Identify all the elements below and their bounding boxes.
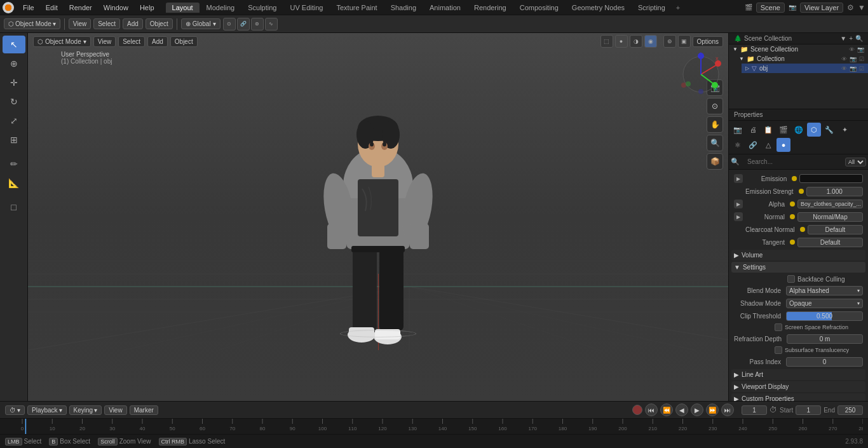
backface-checkbox[interactable] [787,275,795,283]
outliner-collection[interactable]: ▼ 📁 Collection 👁 📷 ☑ [735,54,868,64]
proportional-icon[interactable]: ⊚ [251,18,264,31]
material-btn[interactable]: ◑ [630,35,642,48]
select-btn[interactable]: Select [118,36,145,47]
tab-modeling[interactable]: Modeling [200,3,241,13]
emission-strength-field[interactable]: 1.000 [806,187,863,196]
obj-eye-icon[interactable]: 👁 [841,65,847,72]
outliner-add-icon[interactable]: + [849,35,853,42]
obj-check-icon[interactable]: ☑ [859,65,864,72]
settings-section[interactable]: ▼ Settings [731,262,865,273]
start-frame-input[interactable] [796,405,821,415]
tab-shading[interactable]: Shading [384,3,423,13]
tab-sculpting[interactable]: Sculpting [241,3,283,13]
clearcoat-normal-field[interactable]: Default [808,225,863,234]
tangent-dot[interactable] [790,240,795,245]
view-tl-btn[interactable]: View [104,405,127,415]
object-props-icon[interactable]: ⬡ [807,123,821,137]
settings-icon[interactable]: ⚙ [847,3,854,12]
tab-compositing[interactable]: Compositing [513,3,565,13]
scale-tool[interactable]: ⤢ [3,112,25,130]
marker-btn[interactable]: Marker [130,405,158,415]
alpha-expand[interactable]: ▶ [734,200,743,208]
coll-check-icon[interactable]: ☑ [859,56,864,62]
menu-window[interactable]: Window [98,3,133,13]
normal-expand[interactable]: ▶ [734,212,743,221]
view-btn[interactable]: View [93,36,116,47]
tangent-field[interactable]: Default [797,238,863,247]
obj-cam-icon[interactable]: 📷 [850,65,857,72]
outliner-scene-collection[interactable]: ▼ 📁 Scene Collection 👁 📷 [729,44,868,54]
add-btn[interactable]: Add [147,36,168,47]
options-btn[interactable]: Options [693,36,723,47]
scene-eye-icon[interactable]: 👁 [849,46,855,53]
refraction-depth-field[interactable]: 0 m [787,334,863,344]
alpha-dot[interactable] [790,201,795,207]
play-btn[interactable]: ▶ [691,404,703,416]
volume-section[interactable]: ▶ Volume [731,250,865,261]
viewport-display-section[interactable]: ▶ Viewport Display [731,381,865,392]
step-back-btn[interactable]: ⏪ [660,404,673,416]
add-menu[interactable]: Add [123,18,143,29]
select-menu[interactable]: Select [93,18,120,29]
filter-icon[interactable]: ▼ [858,3,865,12]
playback-btn[interactable]: Playback ▾ [27,405,67,415]
alpha-field[interactable]: Boy_clothes_opacity_... [797,200,863,208]
viewport[interactable]: ⬡ Object Mode ▾ View Select Add Object ⬚… [28,33,728,401]
line-art-section[interactable]: ▶ Line Art [731,369,865,380]
menu-file[interactable]: File [18,3,39,13]
step-forward-btn[interactable]: ⏩ [706,404,719,416]
emission-color-field[interactable] [799,174,863,183]
tab-layout[interactable]: Layout [166,3,200,13]
custom-props-section[interactable]: ▶ Custom Properties [731,393,865,401]
tab-geometry-nodes[interactable]: Geometry Nodes [566,3,631,13]
world-props-icon[interactable]: 🌐 [792,123,806,137]
coll-eye-icon[interactable]: 👁 [841,56,847,62]
rotate-tool[interactable]: ↻ [3,93,25,111]
normal-field[interactable]: Normal/Map [797,212,863,222]
tab-add[interactable]: + [672,3,684,13]
xray-btn[interactable]: ▣ [678,35,691,48]
output-props-icon[interactable]: 🖨 [746,123,760,137]
coll-cam-icon[interactable]: 📷 [850,56,857,62]
object-btn[interactable]: Object [170,36,198,47]
tab-scripting[interactable]: Scripting [632,3,672,13]
props-search-input[interactable] [742,156,843,167]
shadow-mode-dropdown[interactable]: Opaque ▾ [786,299,863,308]
tab-animation[interactable]: Animation [423,3,467,13]
emission-dot[interactable] [792,176,797,181]
pivot-icon[interactable]: ⊙ [223,18,236,31]
select-tool[interactable]: ↖ [3,36,25,53]
pass-index-field[interactable]: 0 [786,357,863,367]
rendered-btn[interactable]: ◉ [644,35,657,48]
tab-texture-paint[interactable]: Texture Paint [330,3,383,13]
overlay-btn[interactable]: ⊚ [663,35,676,48]
ssr-checkbox[interactable] [775,323,782,331]
modifier-props-icon[interactable]: 🔧 [822,123,836,137]
object-mode-btn[interactable]: ⬡ Object Mode ▾ [33,36,91,47]
normal-dot[interactable] [790,214,795,219]
measure-tool[interactable]: 📐 [3,174,25,192]
object-menu[interactable]: Object [146,18,173,29]
current-frame-input[interactable] [742,405,767,415]
tab-rendering[interactable]: Rendering [468,3,513,13]
mode-toggle[interactable]: ⬡ Object Mode ▾ [4,18,60,29]
timeline-scrubber[interactable]: 0 10 20 30 40 50 60 70 80 90 1 [0,419,868,434]
annotate-tool[interactable]: ✏ [3,155,25,173]
transform-tool[interactable]: ⊞ [3,131,25,149]
move-tool[interactable]: ✛ [3,74,25,92]
zoom-btn[interactable]: 🔍 [707,135,723,151]
menu-edit[interactable]: Edit [41,3,63,13]
scene-props-icon[interactable]: 🎬 [776,123,790,137]
outliner-obj[interactable]: ▷ ▽ obj 👁 📷 ☑ [742,64,868,73]
emission-expand[interactable]: ▶ [734,174,743,183]
local-view-btn[interactable]: 📦 [707,153,723,170]
play-reverse-btn[interactable]: ◀ [675,404,688,416]
view-layer-props-icon[interactable]: 📋 [761,123,775,137]
data-props-icon[interactable]: △ [761,138,775,152]
material-props-icon[interactable]: ● [776,138,790,152]
emission-strength-dot[interactable] [799,189,804,194]
sst-checkbox[interactable] [775,346,782,354]
view-layer-selector[interactable]: View Layer [800,3,843,13]
transform-dropdown[interactable]: ⊕ Global ▾ [181,18,220,29]
keying-btn[interactable]: Keying ▾ [69,405,102,415]
